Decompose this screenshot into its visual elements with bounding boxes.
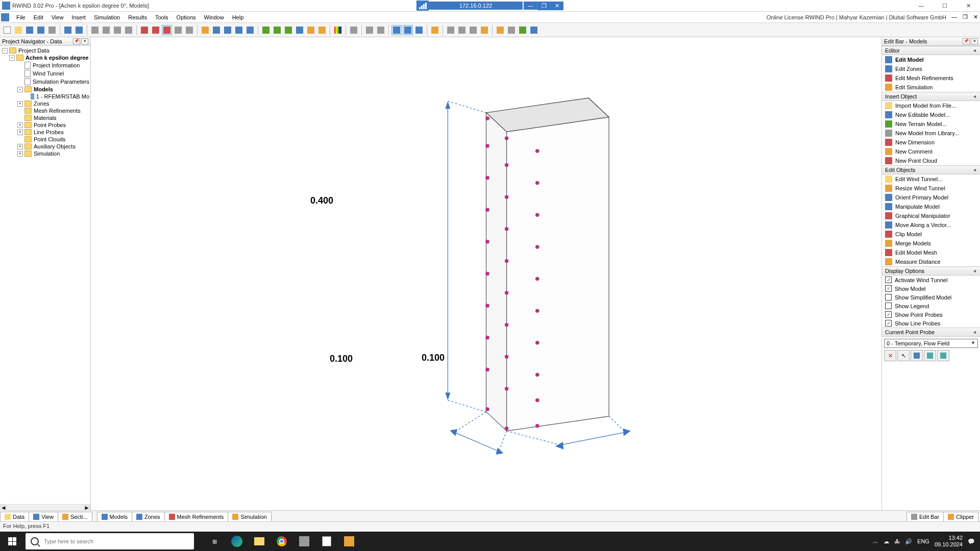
edit-bar-item[interactable]: Measure Distance: [882, 257, 980, 266]
edit-bar-item[interactable]: New Model from Library...: [882, 129, 980, 138]
tray-chevron[interactable]: ︿: [873, 538, 878, 545]
edit-bar-item[interactable]: Merge Models: [882, 239, 980, 248]
tree-expander[interactable]: -: [9, 55, 15, 61]
tab-mesh[interactable]: Mesh Refinements: [164, 512, 229, 521]
tb-view1[interactable]: [200, 25, 210, 35]
tab-zones[interactable]: Zones: [132, 512, 165, 521]
tree-node[interactable]: +Auxiliary Objects: [1, 143, 89, 150]
remote-close-button[interactable]: ✕: [551, 2, 564, 10]
tree-expander[interactable]: +: [17, 122, 23, 128]
tree-expander[interactable]: +: [17, 151, 23, 157]
tb-grid1[interactable]: [90, 25, 100, 35]
menu-simulation[interactable]: Simulation: [90, 13, 124, 22]
tree-expander[interactable]: +: [17, 130, 23, 135]
tb-render2[interactable]: [151, 25, 161, 35]
tab-data[interactable]: Data: [0, 512, 29, 521]
edit-bar-item[interactable]: Edit Mesh Refinements: [882, 73, 980, 83]
tree-node[interactable]: +Line Probes: [1, 129, 89, 136]
mdi-restore[interactable]: ❐: [961, 14, 970, 20]
edit-bar-item[interactable]: Edit Simulation: [882, 83, 980, 92]
taskbar-chrome[interactable]: [272, 532, 292, 551]
edit-bar-pin[interactable]: 📌: [963, 38, 970, 44]
edit-bar-item[interactable]: ✓Activate Wind Tunnel: [882, 276, 980, 284]
remote-minimize-button[interactable]: —: [524, 2, 537, 10]
tb-sim2[interactable]: [306, 25, 316, 35]
tray-network[interactable]: 🖧: [894, 538, 900, 544]
tree-node[interactable]: 1 - RFEM/RSTAB Mo: [1, 93, 89, 100]
tray-volume[interactable]: 🔊: [905, 538, 912, 545]
tb-line1[interactable]: [364, 25, 375, 35]
tray-notifications[interactable]: 💬: [968, 538, 975, 545]
edit-bar-item[interactable]: New Comment: [882, 147, 980, 156]
edit-bar-item[interactable]: Graphical Manipulator: [882, 211, 980, 220]
tb-undo[interactable]: [63, 25, 73, 35]
tree-node[interactable]: -Models: [1, 86, 89, 93]
tab-simulation[interactable]: Simulation: [228, 512, 271, 521]
menu-insert[interactable]: Insert: [67, 13, 90, 22]
menu-edit[interactable]: Edit: [30, 13, 47, 22]
tb-sel2[interactable]: [403, 25, 413, 35]
edit-bar-item[interactable]: New Point Cloud: [882, 156, 980, 165]
menu-view[interactable]: View: [47, 13, 68, 22]
tb-measure[interactable]: [495, 25, 505, 35]
tb-sim1[interactable]: [295, 25, 305, 35]
edit-bar-item[interactable]: Move Along a Vector...: [882, 220, 980, 230]
tb-refresh3[interactable]: [283, 25, 293, 35]
menu-options[interactable]: Options: [173, 13, 200, 22]
edit-bar-item[interactable]: Clip Model: [882, 230, 980, 239]
checkbox[interactable]: ✓: [885, 311, 892, 318]
tab-sections[interactable]: Secti...: [58, 512, 92, 521]
scroll-left[interactable]: ◄: [0, 505, 7, 511]
start-button[interactable]: [0, 532, 24, 551]
probe-combo[interactable]: 0 - Temporary, Flow Field ▼: [884, 339, 978, 348]
edit-bar-item[interactable]: Resize Wind Tunnel: [882, 184, 980, 193]
tree-node[interactable]: Simulation Parameters: [1, 78, 89, 86]
tb-open[interactable]: [13, 25, 23, 35]
panel-pin-button[interactable]: 📌: [73, 38, 80, 44]
edit-bar-item[interactable]: New Dimension: [882, 138, 980, 147]
menu-results[interactable]: Results: [124, 13, 151, 22]
tray-clock[interactable]: 13:42 09.10.2024: [935, 535, 963, 548]
edit-bar-item[interactable]: New Editable Model...: [882, 110, 980, 119]
tb-render5[interactable]: [184, 25, 194, 35]
tree-node[interactable]: Project Information: [1, 61, 89, 69]
edit-bar-item[interactable]: ✓Show Model: [882, 284, 980, 293]
tree-node[interactable]: Materials: [1, 114, 89, 121]
edit-bar-item[interactable]: Edit Wind Tunnel...: [882, 174, 980, 184]
tb-color[interactable]: [333, 25, 343, 35]
tree-node[interactable]: +Zones: [1, 100, 89, 107]
checkbox[interactable]: [885, 294, 892, 300]
tb-line2[interactable]: [376, 25, 386, 35]
tb-tool6[interactable]: [506, 25, 517, 35]
probe-view1[interactable]: [924, 350, 936, 361]
edit-bar-item[interactable]: Edit Zones: [882, 64, 980, 73]
tb-sel1[interactable]: [391, 25, 402, 35]
checkbox[interactable]: [885, 303, 892, 309]
tb-refresh2[interactable]: [272, 25, 282, 35]
menu-help[interactable]: Help: [228, 13, 248, 22]
mdi-minimize[interactable]: —: [949, 14, 959, 20]
probe-select[interactable]: ↖: [897, 350, 910, 361]
tb-tool1[interactable]: [430, 25, 440, 35]
project-tree[interactable]: -Project Data-Achen k epsilon degreeProj…: [0, 46, 90, 504]
tree-node[interactable]: +Simulation: [1, 150, 89, 157]
tb-tool2[interactable]: [446, 25, 456, 35]
checkbox[interactable]: ✓: [885, 320, 892, 327]
tb-tool3[interactable]: [457, 25, 467, 35]
section-display[interactable]: Display Options◄: [882, 266, 980, 276]
menu-file[interactable]: File: [12, 13, 30, 22]
probe-save[interactable]: [911, 350, 923, 361]
tb-view2[interactable]: [211, 25, 222, 35]
tree-node[interactable]: +Point Probes: [1, 121, 89, 129]
tb-render1[interactable]: [139, 25, 150, 35]
edit-bar-item[interactable]: Edit Model: [882, 55, 980, 64]
probe-view2[interactable]: [937, 350, 949, 361]
tab-editbar[interactable]: Edit Bar: [906, 512, 944, 521]
tb-saveas[interactable]: [36, 25, 46, 35]
tb-render4[interactable]: [173, 25, 183, 35]
edit-bar-item[interactable]: ✓Show Line Probes: [882, 319, 980, 328]
tb-save[interactable]: [24, 25, 35, 35]
tree-expander[interactable]: -: [2, 48, 8, 54]
tb-grid4[interactable]: [124, 25, 134, 35]
tree-scrollbar[interactable]: ◄ ►: [0, 504, 90, 510]
